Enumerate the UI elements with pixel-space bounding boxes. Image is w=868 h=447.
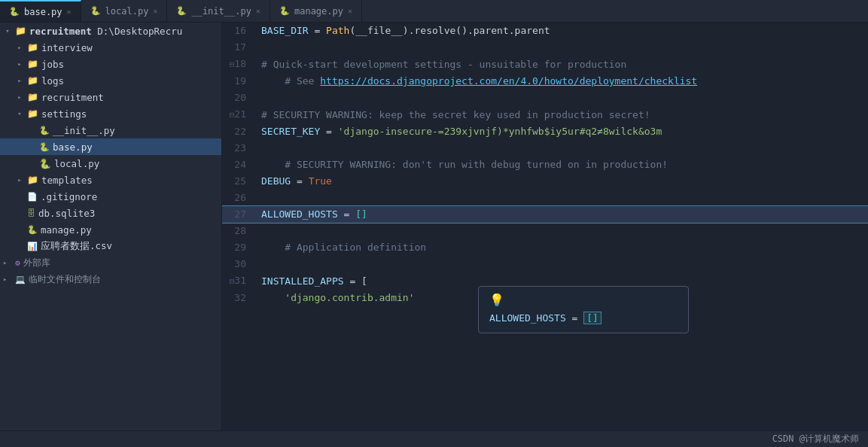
fold-icon[interactable]: ⊟ [230,110,235,120]
line-number: 28 [222,223,254,239]
tab-label: __init__.py [191,6,251,17]
folder-icon: 📁 [27,92,38,102]
py-icon: 🐍 [176,6,187,16]
line-content: # See https://docs.djangoproject.com/en/… [254,73,868,90]
tab-close[interactable]: ✕ [153,7,157,15]
tree-label: templates [41,175,218,186]
tree-label: recruitment [41,92,218,103]
fold-icon[interactable]: ⊟ [230,276,235,286]
tab-label: manage.py [294,6,343,17]
line-content [254,223,868,239]
main-layout: ▾ 📁 recruitment D:\DesktopRecru ▸ 📁 inte… [0,23,868,430]
py-file-icon: 🐍 [27,225,38,235]
tree-item-gitignore[interactable]: 📄 .gitignore [0,188,221,205]
chevron-icon: ▾ [3,27,12,35]
tab-base-py[interactable]: 🐍 base.py ✕ [0,0,81,22]
folder-icon: 📁 [27,175,38,185]
tree-label: 应聘者数据.csv [41,240,218,253]
code-editor[interactable]: 16 BASE_DIR = Path(__file__).resolve().p… [222,23,868,430]
tab-label: base.py [24,7,62,17]
sidebar: ▾ 📁 recruitment D:\DesktopRecru ▸ 📁 inte… [0,23,222,430]
chevron-icon: ▸ [3,259,12,266]
tree-label: interview [41,42,218,53]
py-file-icon: 🐍 [39,142,50,152]
line-content: # Quick-start development settings - uns… [254,56,868,73]
tree-item-logs[interactable]: ▸ 📁 logs [0,72,221,89]
section-temp-files[interactable]: ▸ 💻 临时文件和控制台 [0,271,221,287]
tree-item-jobs[interactable]: ▸ 📁 jobs [0,56,221,72]
line-number: ⊟31 [222,272,254,290]
section-label: 外部库 [23,257,50,269]
tree-item-recruitment-root[interactable]: ▾ 📁 recruitment D:\DesktopRecru [0,23,221,39]
py-icon: 🐍 [279,6,290,16]
tree-item-settings[interactable]: ▾ 📁 settings [0,105,221,122]
code-line-16: 16 BASE_DIR = Path(__file__).resolve().p… [222,23,868,39]
tree-item-manage-py[interactable]: 🐍 manage.py [0,221,221,238]
tree-label: base.py [53,141,218,153]
tree-label: db.sqlite3 [38,208,218,219]
folder-icon: 📁 [15,26,26,36]
py-icon: 🐍 [9,7,20,17]
tree-item-local-py[interactable]: 🐍 local.py [0,155,221,172]
tree-item-templates[interactable]: ▸ 📁 templates [0,172,221,188]
tree-item-base-py[interactable]: 🐍 base.py [0,138,221,155]
tab-label: local.py [105,6,149,17]
csv-file-icon: 📊 [27,242,38,251]
line-number: ⊟18 [222,56,254,73]
line-content [254,140,868,157]
tree-label: manage.py [41,224,218,236]
tab-close[interactable]: ✕ [67,8,72,16]
chevron-icon: ▸ [15,60,24,68]
tab-close[interactable]: ✕ [348,7,352,15]
code-line-17: 17 [222,39,868,56]
code-line-20: 20 [222,90,868,106]
code-line-26: 26 [222,190,868,206]
folder-icon: 📁 [27,42,38,53]
tree-label: jobs [41,59,218,70]
line-content: SECRET_KEY = 'django-insecure-=239xjvnjf… [254,123,868,140]
tree-item-recruitment-sub[interactable]: ▸ 📁 recruitment [0,89,221,105]
line-number: 23 [222,140,254,157]
status-bar: CSDN @计算机魔术师 [0,430,868,447]
line-content: # SECURITY WARNING: don't run with debug… [254,157,868,173]
line-number: ⊟21 [222,106,254,123]
line-number: 29 [222,239,254,256]
tab-init-py[interactable]: 🐍 __init__.py ✕ [167,0,270,22]
line-content [254,256,868,272]
tab-manage-py[interactable]: 🐍 manage.py ✕ [270,0,362,22]
tree-item-csv[interactable]: 📊 应聘者数据.csv [0,238,221,254]
tree-label: settings [41,108,218,120]
tree-item-init-py[interactable]: 🐍 __init__.py [0,122,221,138]
chevron-icon: ▾ [15,110,24,117]
line-content: DEBUG = True [254,173,868,190]
tab-bar: 🐍 base.py ✕ 🐍 local.py ✕ 🐍 __init__.py ✕… [0,0,868,23]
tab-local-py[interactable]: 🐍 local.py ✕ [81,0,168,22]
tree-label: __init__.py [53,125,218,136]
chevron-icon: ▸ [3,275,12,283]
fold-icon[interactable]: ⊟ [230,59,235,69]
watermark-text: CSDN @计算机魔术师 [772,433,859,445]
code-line-28: 28 [222,223,868,239]
code-line-27: 27 ALLOWED_HOSTS = [] [222,206,868,223]
tree-item-interview[interactable]: ▸ 📁 interview [0,39,221,56]
chevron-icon: ▸ [15,44,24,51]
chevron-icon: ▸ [15,93,24,101]
code-line-18: ⊟18 # Quick-start development settings -… [222,56,868,73]
line-number: 25 [222,173,254,190]
chevron-icon: ▸ [15,176,24,184]
code-line-21: ⊟21 # SECURITY WARNING: keep the secret … [222,106,868,123]
code-line-22: 22 SECRET_KEY = 'django-insecure-=239xjv… [222,123,868,140]
line-content: ALLOWED_HOSTS = [] [254,206,868,223]
hint-bulb-icon: 💡 [489,293,678,307]
line-number: 27 [222,206,254,223]
tab-close[interactable]: ✕ [256,7,260,15]
hint-popup: 💡 ALLOWED_HOSTS = [] [478,286,689,333]
code-line-29: 29 # Application definition [222,239,868,256]
line-number: 32 [222,290,254,306]
section-external-libs[interactable]: ▸ ⚙ 外部库 [0,254,221,271]
tree-item-sqlite3[interactable]: 🗄 db.sqlite3 [0,205,221,221]
django-docs-link[interactable]: https://docs.djangoproject.com/en/4.0/ho… [320,75,697,87]
code-line-23: 23 [222,140,868,157]
line-number: 26 [222,190,254,206]
code-line-24: 24 # SECURITY WARNING: don't run with de… [222,157,868,173]
